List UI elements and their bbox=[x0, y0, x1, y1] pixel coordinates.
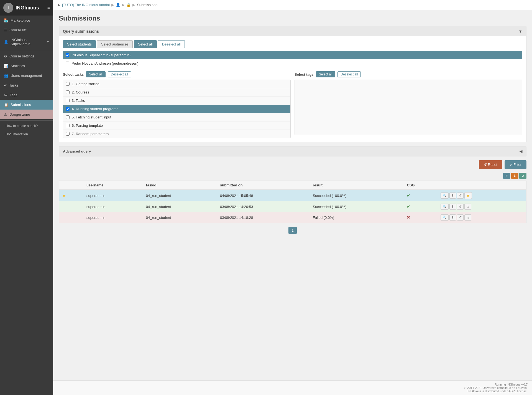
sidebar-label-tags: Tags bbox=[10, 93, 17, 97]
student-checkbox-superadmin[interactable] bbox=[66, 53, 69, 57]
tags-select-all-btn[interactable]: Select all bbox=[316, 71, 336, 77]
breadcrumb-submissions: Submissions bbox=[137, 3, 157, 7]
task-checkbox-1[interactable] bbox=[66, 82, 70, 86]
task-label-3: 3. Tasks bbox=[72, 98, 85, 103]
task-checkbox-6[interactable] bbox=[66, 124, 70, 127]
breadcrumb-sep-1: ▶ bbox=[111, 3, 114, 7]
table-download-btn[interactable]: ⬇ bbox=[511, 173, 518, 179]
task-label-2: 2. Courses bbox=[72, 90, 89, 94]
task-checkbox-5[interactable] bbox=[66, 115, 70, 119]
task-row-6: 6. Parsing template bbox=[63, 121, 290, 130]
row-search-btn-3[interactable]: 🔍 bbox=[441, 214, 449, 221]
sidebar-item-danger-zone[interactable]: ⚠ Danger zone bbox=[0, 110, 53, 119]
task-row-1: 1. Getting started bbox=[63, 80, 290, 88]
row-download-btn-2[interactable]: ⬇ bbox=[449, 204, 456, 210]
row-refresh-btn-2[interactable]: ↺ bbox=[457, 204, 464, 210]
task-checkbox-3[interactable] bbox=[66, 99, 70, 102]
cell-submitted-2: 03/08/2021 14:20:53 bbox=[217, 201, 310, 212]
task-checkbox-4[interactable] bbox=[66, 107, 70, 111]
col-taskid: taskid bbox=[143, 181, 217, 190]
col-username: username bbox=[83, 181, 143, 190]
sidebar-item-statistics[interactable]: 📊 Statistics bbox=[0, 61, 53, 71]
sidebar-label-superadmin: INGInious SuperAdmin bbox=[11, 38, 44, 46]
sidebar-subitem-how-to-create[interactable]: How to create a task? bbox=[0, 122, 53, 130]
task-row-7: 7. Random parameters bbox=[63, 130, 290, 138]
table-grid-btn[interactable]: ⊞ bbox=[503, 173, 510, 179]
sidebar-subitem-label-how-to: How to create a task? bbox=[6, 124, 38, 128]
table-icon-group: ⊞ ⬇ ↺ bbox=[503, 173, 526, 179]
task-checkbox-2[interactable] bbox=[66, 90, 70, 94]
breadcrumb-tutorial[interactable]: [TUTO] The INGInious tutorial bbox=[62, 3, 110, 7]
results-section: ⊞ ⬇ ↺ username taskid submitted on resul… bbox=[59, 173, 526, 223]
sidebar-subitem-documentation[interactable]: Documentation bbox=[0, 130, 53, 138]
advanced-query-panel[interactable]: Advanced query ◀ bbox=[59, 146, 526, 156]
query-submissions-header[interactable]: Query submissions ▼ bbox=[59, 26, 526, 36]
tab-deselect-all-students[interactable]: Deselect all bbox=[158, 40, 185, 48]
row-search-btn-1[interactable]: 🔍 bbox=[441, 193, 449, 199]
sidebar-item-marketplace[interactable]: 🏪 Marketplace bbox=[0, 16, 53, 25]
row-star-btn-3[interactable]: ☆ bbox=[464, 214, 471, 221]
sidebar-divider-1 bbox=[0, 50, 53, 50]
student-checkbox-peder[interactable] bbox=[66, 62, 69, 65]
tasks-icon: ✔ bbox=[4, 83, 7, 87]
footer: Running INGInious v.0.7 © 2014-2021 Univ… bbox=[53, 380, 532, 395]
task-label-7: 7. Random parameters bbox=[72, 132, 109, 136]
student-label-superadmin: INGInious SuperAdmin (superadmin) bbox=[71, 53, 131, 57]
sidebar-label-marketplace: Marketplace bbox=[11, 18, 30, 22]
sidebar-item-tasks[interactable]: ✔ Tasks bbox=[0, 80, 53, 90]
tasks-deselect-all-btn[interactable]: Deselect all bbox=[108, 71, 131, 77]
tags-column: Select tags Select all Deselect all bbox=[295, 71, 522, 138]
sidebar-item-users-management[interactable]: 👥 Users management bbox=[0, 71, 53, 80]
sidebar-item-course-settings[interactable]: ⚙ Course settings bbox=[0, 51, 53, 61]
sidebar-item-superadmin[interactable]: 👤 INGInious SuperAdmin ▼ bbox=[0, 35, 53, 49]
content-area: Submissions Query submissions ▼ Select s… bbox=[53, 10, 532, 380]
page-btn-1[interactable]: 1 bbox=[288, 227, 296, 234]
row-search-btn-2[interactable]: 🔍 bbox=[441, 204, 449, 210]
row-star-btn-2[interactable]: ☆ bbox=[464, 204, 471, 210]
task-row-2: 2. Courses bbox=[63, 88, 290, 97]
cell-csg-2: ✔ bbox=[403, 201, 437, 212]
row-download-btn-1[interactable]: ⬇ bbox=[449, 193, 456, 199]
sidebar-item-course-list[interactable]: ☰ Course list bbox=[0, 25, 53, 35]
sidebar-logo: I bbox=[3, 3, 13, 13]
row-star-btn-1[interactable]: ★ bbox=[464, 192, 472, 199]
filter-button[interactable]: ✔ Filter bbox=[505, 160, 527, 169]
tags-deselect-all-btn[interactable]: Deselect all bbox=[337, 71, 361, 77]
cell-result-1: Succeeded (100.0%) bbox=[310, 190, 404, 201]
tasks-select-all-btn[interactable]: Select all bbox=[86, 71, 106, 77]
row-refresh-btn-1[interactable]: ↺ bbox=[457, 193, 464, 199]
star-filled-icon: ★ bbox=[62, 193, 66, 198]
cell-actions-3: 🔍 ⬇ ↺ ☆ bbox=[437, 212, 526, 223]
table-refresh-btn[interactable]: ↺ bbox=[519, 173, 526, 179]
tab-select-students[interactable]: Select students bbox=[63, 40, 96, 48]
col-actions bbox=[437, 181, 526, 190]
cell-taskid-1: 04_run_student bbox=[143, 190, 217, 201]
row-refresh-btn-3[interactable]: ↺ bbox=[457, 214, 464, 221]
task-label-1: 1. Getting started bbox=[72, 82, 99, 86]
main-area: ▶ [TUTO] The INGInious tutorial ▶ 👤 ▶ 🔒 … bbox=[53, 0, 532, 395]
sidebar-label-statistics: Statistics bbox=[11, 64, 25, 68]
tasks-section-header: Select tasks Select all Deselect all bbox=[63, 71, 291, 77]
breadcrumb-sep-2: ▶ bbox=[122, 3, 125, 7]
tasks-tags-section: Select tasks Select all Deselect all 1. … bbox=[63, 71, 522, 138]
sidebar-label-course-list: Course list bbox=[9, 28, 26, 32]
sidebar-item-tags[interactable]: 🏷 Tags bbox=[0, 90, 53, 100]
cell-taskid-2: 04_run_student bbox=[143, 201, 217, 212]
row-star-3 bbox=[59, 212, 83, 223]
cell-username-1: superadmin bbox=[83, 190, 143, 201]
reset-button[interactable]: ↺ Reset bbox=[479, 160, 502, 169]
row-download-btn-3[interactable]: ⬇ bbox=[449, 214, 456, 221]
cell-username-2: superadmin bbox=[83, 201, 143, 212]
tab-select-audiences[interactable]: Select audiences bbox=[97, 40, 133, 48]
hamburger-icon[interactable]: ≡ bbox=[47, 5, 50, 10]
col-csg: CSG bbox=[403, 181, 437, 190]
query-submissions-panel: Query submissions ▼ Select students Sele… bbox=[59, 26, 526, 142]
chevron-down-icon: ▼ bbox=[47, 40, 49, 44]
tab-select-all-students[interactable]: Select all bbox=[134, 40, 157, 48]
col-submitted-on: submitted on bbox=[217, 181, 310, 190]
sidebar-item-submissions[interactable]: 📋 Submissions bbox=[0, 100, 53, 110]
table-header-actions: ⊞ ⬇ ↺ bbox=[59, 173, 526, 179]
sidebar-subitem-label-docs: Documentation bbox=[6, 132, 28, 136]
task-checkbox-7[interactable] bbox=[66, 132, 70, 136]
cell-submitted-1: 04/08/2021 15:05:48 bbox=[217, 190, 310, 201]
